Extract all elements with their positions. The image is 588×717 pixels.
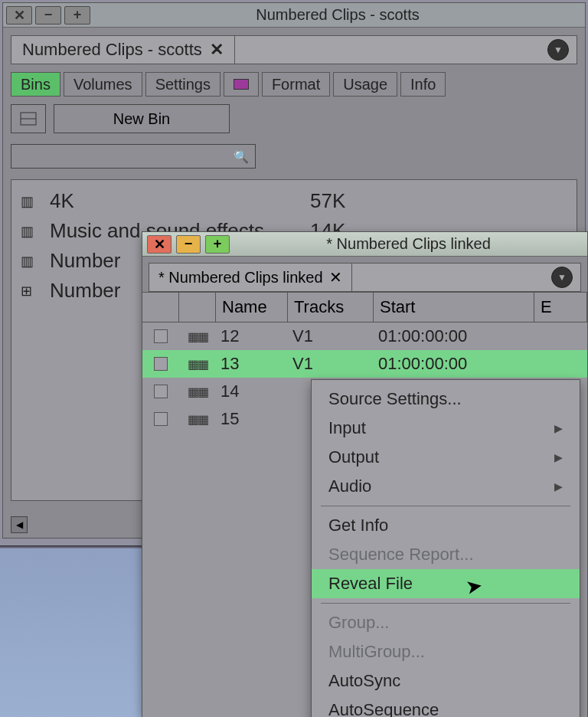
context-menu: Source Settings... Input▶ Output▶ Audio▶… [311,379,580,717]
menu-label: Source Settings... [328,389,462,409]
bin-size: 57K [310,189,567,213]
col-header-end[interactable]: E [534,293,587,322]
chevron-left-icon: ◀ [16,519,23,530]
close-icon[interactable]: ✕ [147,235,172,254]
menu-separator [321,603,570,604]
col-header-start[interactable]: Start [374,293,534,322]
menu-get-info[interactable]: Get Info [312,511,580,540]
project-doc-tab-label: Numbered Clips - scotts [22,40,202,60]
menu-input[interactable]: Input▶ [312,414,580,443]
menu-label: Audio [328,476,371,496]
cell-start: 01:00:00:00 [374,354,534,374]
tab-info[interactable]: Info [400,72,446,97]
bin-doc-tab-label: * Numbered Clips linked [158,269,323,286]
cell-tracks: V1 [288,326,374,346]
new-bin-label: New Bin [113,110,170,128]
submenu-arrow-icon: ▶ [554,422,563,434]
clip-icon: ▦▦ [188,412,207,427]
project-doc-tabs: Numbered Clips - scotts ✕ ▼ [3,28,585,64]
close-icon[interactable]: ✕ [6,6,32,25]
bin-title: * Numbered Clips linked [230,235,587,253]
menu-label: Reveal File [328,574,413,594]
row-checkbox[interactable] [154,329,168,343]
list-view-icon [20,112,37,126]
close-tab-icon[interactable]: ✕ [210,40,224,60]
chevron-down-icon: ▼ [554,44,563,55]
bin-doc-tabs: * Numbered Clips linked ✕ ▼ [142,257,587,292]
search-icon: 🔍 [234,149,249,164]
cell-name: 12 [216,326,288,346]
menu-source-settings[interactable]: Source Settings... [312,385,580,414]
menu-group: Group... [312,608,580,637]
menu-sequence-report: Sequence Report... [312,540,580,569]
bin-name: 4K [50,189,310,213]
submenu-arrow-icon: ▶ [554,480,563,493]
bin-tab-menu-button[interactable]: ▼ [551,267,573,288]
clip-icon: ▦▦ [188,357,207,372]
col-header-name[interactable]: Name [216,293,288,322]
search-input[interactable]: 🔍 [11,144,256,169]
bin-icon: ▥ [21,253,41,270]
tab-settings[interactable]: Settings [145,72,220,97]
cell-name: 13 [216,354,288,374]
tab-menu-button[interactable]: ▼ [547,39,569,61]
minimize-icon[interactable]: − [176,235,201,254]
tab-spacer: ▼ [235,35,577,64]
menu-audio[interactable]: Audio▶ [312,472,580,501]
maximize-icon[interactable]: + [64,6,90,25]
menu-autosequence[interactable]: AutoSequence [312,696,580,717]
row-checkbox[interactable] [154,412,168,426]
menu-label: Sequence Report... [328,545,474,565]
tab-effects[interactable] [224,72,259,97]
maximize-icon[interactable]: + [205,235,230,254]
table-row[interactable]: ▦▦ 12 V1 01:00:00:00 [142,322,587,350]
minimize-icon[interactable]: − [35,6,61,25]
scroll-left-button[interactable]: ◀ [11,516,28,533]
project-toolbar: Bins Volumes Settings Format Usage Info [3,64,585,104]
submenu-arrow-icon: ▶ [554,451,563,463]
clip-icon: ▦▦ [188,329,207,344]
col-header-icon[interactable] [179,293,216,322]
new-bin-button[interactable]: New Bin [54,104,230,133]
close-tab-icon[interactable]: ✕ [329,268,342,286]
bin-icon: ▥ [21,223,41,240]
project-title: Numbered Clips - scotts [90,6,585,24]
menu-label: MultiGroup... [328,642,425,662]
project-doc-tab[interactable]: Numbered Clips - scotts ✕ [11,35,235,64]
effects-icon [234,79,249,90]
menu-autosync[interactable]: AutoSync [312,666,580,696]
chevron-down-icon: ▼ [557,272,567,283]
menu-multigroup: MultiGroup... [312,637,580,666]
tab-usage[interactable]: Usage [333,72,397,97]
clip-icon: ▦▦ [188,385,207,399]
bin-doc-tab[interactable]: * Numbered Clips linked ✕ [149,263,352,292]
menu-output[interactable]: Output▶ [312,443,580,472]
col-header-tracks[interactable]: Tracks [288,293,374,322]
menu-label: Group... [328,613,389,633]
menu-separator [321,506,570,506]
view-toggle-button[interactable] [11,104,46,133]
menu-label: AutoSync [328,671,400,691]
bin-tab-spacer: ▼ [352,263,581,292]
col-header-select[interactable] [142,293,179,322]
project-row2: New Bin [3,104,585,141]
list-item[interactable]: ▥ 4K 57K [11,186,577,216]
menu-label: Input [328,418,366,438]
menu-reveal-file[interactable]: Reveal File [312,569,580,598]
row-checkbox[interactable] [154,385,168,398]
project-titlebar[interactable]: ✕ − + Numbered Clips - scotts [3,3,585,28]
table-row[interactable]: ▦▦ 13 V1 01:00:00:00 [142,350,587,378]
tab-bins[interactable]: Bins [11,72,60,97]
bin-titlebar[interactable]: ✕ − + * Numbered Clips linked [142,232,587,257]
row-checkbox[interactable] [154,357,168,371]
cell-start: 01:00:00:00 [374,326,534,346]
bin-grid-header: Name Tracks Start E [142,292,587,322]
tab-volumes[interactable]: Volumes [64,72,142,97]
sequence-icon: ⊞ [21,283,41,300]
menu-label: Output [328,447,379,467]
menu-label: Get Info [328,516,388,535]
tab-format[interactable]: Format [262,72,330,97]
cell-name: 15 [216,409,288,429]
menu-label: AutoSequence [328,700,439,717]
bin-icon: ▥ [21,193,41,210]
